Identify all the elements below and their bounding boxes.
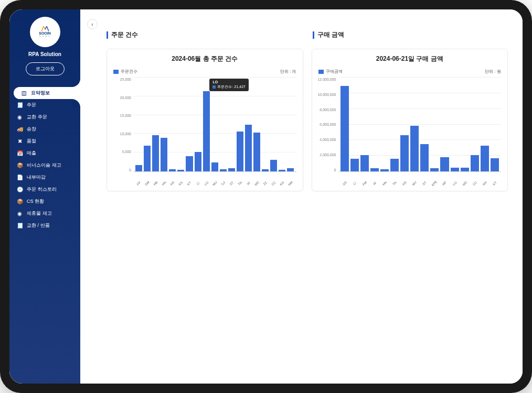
y-tick-label: 0 — [129, 168, 131, 172]
x-tick-label: KPE — [431, 179, 439, 188]
bar[interactable] — [169, 169, 176, 171]
tooltip-category: LO — [212, 80, 245, 84]
chart-card-0: 2024-06월 총 주문 건수주문건수단위 : 개25,00020,00015… — [107, 49, 303, 191]
y-tick-label: 15,000 — [120, 114, 131, 117]
sidebar-item-venus_stock[interactable]: 📦비너스이숌 재고 — [9, 159, 80, 171]
bar[interactable] — [410, 126, 419, 171]
bar[interactable] — [220, 169, 227, 171]
bar[interactable] — [481, 146, 489, 171]
sidebar-item-exchange_order[interactable]: ◉교환 주문 — [9, 111, 80, 123]
bar[interactable] — [341, 86, 349, 171]
tooltip-value: 주문건수: 21,427 — [217, 84, 245, 90]
x-tick-label: W — [370, 179, 379, 188]
bars-container — [133, 78, 296, 171]
nav-list: ◫요약정보🧾주문◉교환 주문🚚송장✖품절📅매출📦비너스이숌 재고📄내부마감🕘주문… — [9, 87, 80, 232]
bar[interactable] — [370, 168, 379, 171]
bar[interactable] — [195, 152, 201, 171]
x-tick-label: KT — [186, 180, 193, 187]
bar[interactable] — [203, 91, 210, 171]
x-tick-label: NM — [287, 180, 294, 187]
bar[interactable] — [152, 135, 159, 171]
sidebar-item-order[interactable]: 🧾주문 — [9, 99, 80, 111]
chart-legend-row: 구매금액단위 : 원 — [318, 69, 502, 74]
bar[interactable] — [135, 165, 142, 171]
bar[interactable] — [451, 168, 459, 171]
bar[interactable] — [287, 168, 294, 171]
bar[interactable] — [211, 162, 218, 171]
sidebar-item-label: 비너스이숌 재고 — [27, 162, 61, 169]
sidebar-item-cs_status[interactable]: 📦CS 현황 — [9, 195, 80, 208]
sidebar-item-soldout[interactable]: ✖품절 — [9, 135, 80, 147]
x-tick-label: FM — [360, 179, 369, 188]
y-tick-label: 2,000,000 — [320, 153, 336, 157]
bar[interactable] — [380, 169, 389, 171]
y-tick-label: 10,000 — [120, 132, 131, 136]
logout-button[interactable]: 로그아웃 — [26, 62, 65, 75]
y-tick-label: 10,000,000 — [317, 93, 336, 96]
affiliate_stock-icon: ◉ — [17, 211, 23, 216]
bar[interactable] — [279, 170, 285, 171]
sidebar-collapse-button[interactable]: ‹ — [87, 19, 98, 29]
bar[interactable] — [491, 158, 499, 171]
chart-unit-label: 단위 : 개 — [280, 69, 296, 74]
logo-mark-icon — [41, 26, 49, 31]
x-axis: FPGMHBHNHSKSKTLILOMUOJSTTNWWCZZCCKGNM — [133, 182, 296, 185]
bar[interactable] — [186, 156, 193, 171]
bar[interactable] — [400, 135, 409, 171]
bar[interactable] — [270, 160, 277, 171]
sidebar-item-label: 매출 — [27, 150, 36, 157]
sidebar-item-sales[interactable]: 📅매출 — [9, 147, 80, 159]
bar[interactable] — [253, 133, 260, 171]
sidebar-item-exchange_return[interactable]: 🧾교환 / 반품 — [9, 220, 80, 232]
sidebar-item-label: 주문 — [27, 102, 36, 108]
y-tick-label: 4,000,000 — [320, 138, 336, 141]
tablet-frame: ‹ SOOIN S O F T RPA Solution 로그아웃 ◫요약정보🧾… — [0, 0, 532, 393]
x-tick-label: NP — [441, 179, 449, 188]
x-tick-label: LI — [194, 180, 201, 187]
x-tick-label: LO — [203, 180, 209, 187]
sidebar-item-summary[interactable]: ◫요약정보 — [14, 87, 80, 99]
x-tick-label: GS — [341, 179, 349, 188]
sidebar-item-internal_close[interactable]: 📄내부마감 — [9, 171, 80, 183]
chart-tooltip: LO주문건수: 21,427 — [209, 79, 248, 91]
bar[interactable] — [420, 144, 429, 171]
shipping-icon: 🚚 — [17, 126, 23, 132]
bar[interactable] — [390, 159, 399, 171]
chart-title: 2024-06월 총 주문 건수 — [113, 54, 296, 63]
bar[interactable] — [350, 159, 359, 171]
sidebar-item-order_history[interactable]: 🕘주문 히스토리 — [9, 183, 80, 195]
y-tick-label: 5,000 — [122, 150, 131, 154]
soldout-icon: ✖ — [17, 138, 23, 144]
sidebar-item-label: 교환 / 반품 — [27, 222, 50, 229]
bar[interactable] — [461, 168, 469, 171]
bar[interactable] — [144, 146, 151, 171]
x-tick-label: ST — [228, 180, 235, 187]
sidebar-item-label: 내부마감 — [27, 174, 46, 181]
internal_close-icon: 📄 — [17, 174, 23, 180]
sidebar-item-label: 송장 — [27, 126, 36, 133]
logo-text: SOOIN — [39, 31, 51, 35]
bar[interactable] — [228, 168, 235, 171]
order-icon: 🧾 — [17, 102, 23, 108]
bar[interactable] — [440, 157, 449, 171]
sidebar-item-affiliate_stock[interactable]: ◉제휴몰 재고 — [9, 208, 80, 220]
bar[interactable] — [360, 155, 369, 171]
sidebar-item-shipping[interactable]: 🚚송장 — [9, 123, 80, 135]
legend-label: 주문건수 — [121, 69, 137, 74]
sidebar-item-label: 제휴몰 재고 — [27, 210, 52, 217]
bar[interactable] — [237, 132, 243, 171]
bars-container — [338, 78, 502, 171]
y-tick-label: 25,000 — [120, 78, 131, 81]
bar[interactable] — [177, 170, 184, 171]
bar[interactable] — [245, 125, 252, 171]
bar[interactable] — [430, 168, 439, 171]
bar[interactable] — [471, 155, 479, 171]
x-tick-label: LI — [350, 179, 359, 188]
bar[interactable] — [262, 169, 269, 171]
bar[interactable] — [161, 138, 167, 171]
main-content: 주문 건수 구매 금액 2024-06월 총 주문 건수주문건수단위 : 개25… — [80, 9, 523, 384]
cs_status-icon: 📦 — [17, 199, 23, 204]
venus_stock-icon: 📦 — [17, 162, 23, 168]
x-tick-label: CC — [270, 180, 277, 187]
x-tick-label: FP — [135, 180, 142, 187]
